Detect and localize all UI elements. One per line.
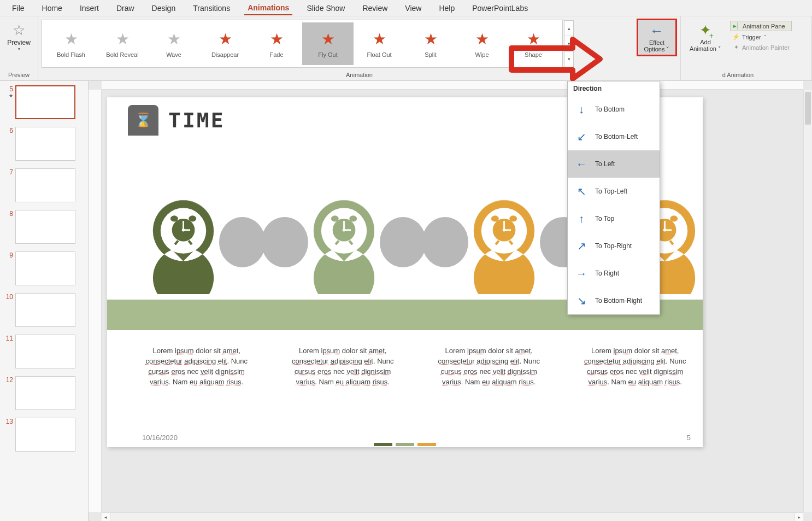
direction-to-top-right[interactable]: ↗To Top-Right [568, 232, 660, 260]
text-columns: Lorem ipsum dolor sit amet, consectetur … [140, 346, 692, 387]
trigger-button[interactable]: ⚡Trigger˅ [730, 32, 792, 42]
svg-point-57 [670, 215, 678, 221]
animation-disappear[interactable]: ★Disappear [199, 22, 251, 65]
animation-fly-out[interactable]: ★Fly Out [302, 22, 354, 65]
direction-to-bottom-right[interactable]: ↘To Bottom-Right [568, 287, 660, 314]
menu-tab-file[interactable]: File [9, 2, 28, 15]
lightning-icon: ⚡ [732, 33, 740, 40]
star-icon: ★ [424, 30, 438, 48]
add-animation-button[interactable]: ✦+ AddAnimation ˅ [684, 19, 727, 52]
scrollbar-handle[interactable] [805, 92, 811, 125]
vertical-scrollbar[interactable] [803, 90, 812, 512]
menu-tab-view[interactable]: View [402, 2, 425, 15]
ribbon-group-animation: ★Bold Flash★Bold Reveal★Wave★Disappear★F… [38, 16, 681, 80]
slide-thumbnail-8[interactable]: 8 [0, 209, 88, 250]
arrow-icon: ↑ [574, 212, 589, 226]
slide-area: ⌛ TIME Lorem ipsum dolor sit amet, conse… [89, 81, 812, 521]
slide-thumbnail-12[interactable]: 12 [0, 375, 88, 417]
menu-tab-review[interactable]: Review [359, 2, 391, 15]
scroll-left-button[interactable]: ◂ [102, 513, 110, 521]
direction-label: To Left [595, 160, 615, 168]
thumbnail-preview [15, 127, 75, 161]
slide-thumbnail-9[interactable]: 9 [0, 250, 88, 292]
menu-tab-transitions[interactable]: Transitions [190, 2, 233, 15]
star-icon: ★ [167, 30, 181, 48]
direction-to-bottom-left[interactable]: ↙To Bottom-Left [568, 123, 660, 150]
thumbnail-number: 12 [4, 376, 13, 384]
direction-label: To Bottom [595, 106, 625, 113]
thumbnail-number: 8 [4, 210, 13, 218]
thumbnail-preview [15, 85, 75, 119]
gallery-scroll-more[interactable]: ▾ [564, 52, 573, 67]
direction-to-top[interactable]: ↑To Top [568, 205, 660, 232]
slide-thumbnail-7[interactable]: 7 [0, 167, 88, 209]
arrow-icon: ← [574, 157, 589, 171]
animation-painter-button[interactable]: ✦Animation Painter [730, 43, 792, 52]
animation-wipe[interactable]: ★Wipe [456, 22, 508, 65]
animation-shape[interactable]: ★Shape [508, 22, 559, 65]
animation-label: Shape [525, 51, 542, 58]
animation-bold-reveal[interactable]: ★Bold Reveal [97, 22, 148, 65]
horizontal-scrollbar[interactable]: ◂ ▸ [102, 512, 803, 521]
menu-tab-animations[interactable]: Animations [244, 1, 292, 15]
menu-tab-slide-show[interactable]: Slide Show [303, 2, 348, 15]
text-column-1: Lorem ipsum dolor sit amet, consectetur … [140, 346, 254, 387]
chevron-down-icon: ▾ [18, 46, 20, 51]
progress-dot [396, 443, 414, 446]
star-play-icon: ☆ [13, 22, 25, 39]
animation-label: Wipe [475, 51, 489, 58]
preview-button[interactable]: ☆ Preview ▾ [3, 19, 34, 51]
direction-to-left[interactable]: ←To Left [568, 150, 660, 178]
circle-spacer [219, 217, 266, 267]
arrow-icon: ↘ [574, 294, 589, 308]
direction-to-bottom[interactable]: ↓To Bottom [568, 96, 660, 123]
gallery-scroll-down[interactable]: ▾ [564, 36, 573, 51]
menu-tab-design[interactable]: Design [149, 2, 179, 15]
ribbon-group-advanced: ✦+ AddAnimation ˅ ▸│Animation Pane ⚡Trig… [681, 16, 812, 80]
direction-label: To Right [595, 270, 619, 277]
advanced-animation-list: ▸│Animation Pane ⚡Trigger˅ ✦Animation Pa… [727, 19, 795, 52]
menu-tab-draw[interactable]: Draw [113, 2, 138, 15]
menu-tab-help[interactable]: Help [436, 2, 458, 15]
menu-tab-insert[interactable]: Insert [77, 2, 102, 15]
effect-options-button[interactable]: ← EffectOptions ˅ [637, 19, 677, 56]
arrow-icon: ↙ [574, 130, 589, 144]
slide-title-block: ⌛ TIME [128, 105, 225, 136]
star-icon: ★ [321, 30, 335, 48]
animation-float-out[interactable]: ★Float Out [354, 22, 405, 65]
direction-label: To Bottom-Left [595, 133, 638, 141]
workspace: 5★678910111213 ⌛ TIME Lorem ipsum dolor … [0, 81, 812, 521]
svg-point-41 [491, 215, 499, 221]
circle-spacer [380, 217, 426, 267]
animation-fade[interactable]: ★Fade [251, 22, 302, 65]
slide-thumbnail-10[interactable]: 10 [0, 292, 88, 333]
menu-tab-powerpointlabs[interactable]: PowerPointLabs [469, 2, 531, 15]
menu-tab-home[interactable]: Home [39, 2, 66, 15]
slide-thumbnail-13[interactable]: 13 [0, 417, 88, 458]
menu-tabs: FileHomeInsertDrawDesignTransitionsAnima… [0, 0, 812, 16]
chevron-down-icon: ˅ [764, 34, 767, 40]
ribbon-group-preview: ☆ Preview ▾ Preview [0, 16, 38, 80]
animation-pane-button[interactable]: ▸│Animation Pane [730, 21, 792, 31]
star-icon: ★ [527, 30, 540, 48]
animation-split[interactable]: ★Split [405, 22, 456, 65]
slide-thumbnail-6[interactable]: 6 [0, 126, 88, 167]
svg-point-27 [349, 215, 357, 221]
thumbnail-number: 13 [4, 418, 13, 425]
slide-progress-dots [374, 443, 436, 446]
scroll-right-button[interactable]: ▸ [795, 513, 803, 521]
slide-thumbnail-11[interactable]: 11 [0, 333, 88, 375]
svg-rect-40 [504, 229, 511, 231]
trigger-label: Trigger [742, 34, 761, 40]
gallery-scroll-up[interactable]: ▴ [564, 21, 573, 36]
slide-thumbnail-5[interactable]: 5★ [0, 84, 88, 126]
direction-label: To Top-Left [595, 188, 627, 195]
direction-to-right[interactable]: →To Right [568, 260, 660, 287]
gallery-scroll[interactable]: ▴ ▾ ▾ [564, 20, 574, 67]
text-column-3: Lorem ipsum dolor sit amet, consectetur … [432, 346, 546, 387]
animation-bold-flash[interactable]: ★Bold Flash [45, 22, 97, 65]
thumbnail-panel[interactable]: 5★678910111213 [0, 81, 89, 521]
direction-to-top-left[interactable]: ↖To Top-Left [568, 178, 660, 205]
animation-wave[interactable]: ★Wave [148, 22, 199, 65]
svg-rect-9 [183, 221, 184, 230]
